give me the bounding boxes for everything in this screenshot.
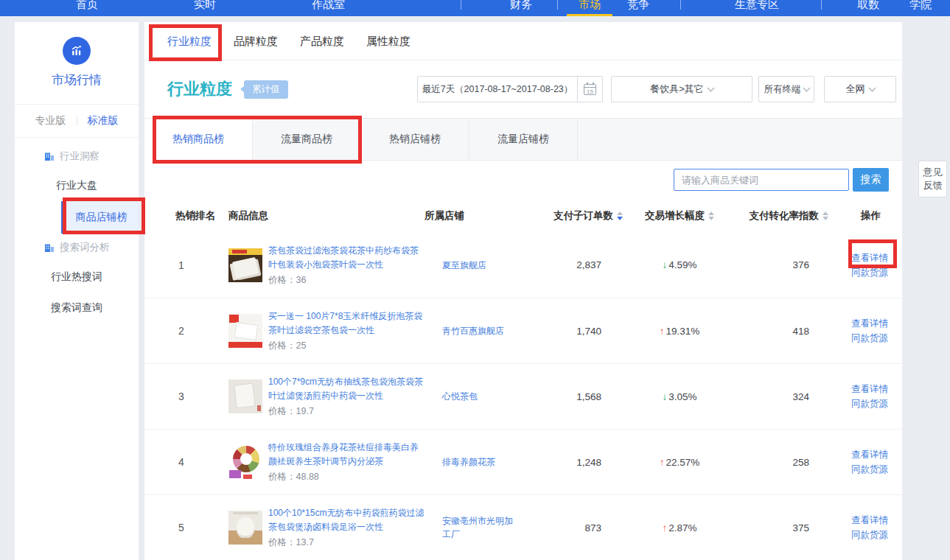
product-name-link[interactable]: 茶包茶袋过滤泡茶袋花茶中药纱布袋茶叶包装袋小泡袋茶叶袋一次性: [268, 244, 425, 272]
granularity-tab[interactable]: 属性粒度: [366, 22, 411, 60]
product-price: 价格：19.7: [268, 405, 425, 418]
shop-link[interactable]: 心悦茶包: [425, 390, 528, 403]
product-info-cell: 买一送一 100片7*8玉米纤维反折泡茶袋茶叶过滤袋空茶包袋一次性价格：25: [228, 309, 425, 352]
action-same-source[interactable]: 同款货源: [851, 528, 902, 542]
topnav-item[interactable]: 学院: [909, 0, 932, 16]
action-same-source[interactable]: 同款货源: [851, 265, 902, 280]
product-thumbnail[interactable]: [228, 379, 262, 413]
shop-link[interactable]: 青竹百惠旗舰店: [425, 324, 528, 337]
topnav-item[interactable]: 取数: [857, 0, 879, 16]
product-thumbnail[interactable]: [228, 248, 262, 282]
arrow-up-icon: ↑: [660, 326, 665, 337]
product-name-link[interactable]: 特价玫瑰组合养身花茶祛痘排毒美白养颜祛斑养生茶叶调节内分泌茶: [268, 441, 425, 469]
product-name-link[interactable]: 100个7*9cm无纺布抽线茶包袋泡茶袋茶叶过滤煲汤煎药中药袋一次性: [268, 375, 425, 403]
sidebar-item[interactable]: 行业热搜词: [15, 262, 139, 293]
chevron-down-icon: [868, 84, 876, 91]
search-button[interactable]: 搜索: [853, 168, 889, 192]
search-input[interactable]: [674, 169, 849, 191]
topnav-separator: [461, 0, 461, 10]
action-view-detail[interactable]: 查看详情: [851, 251, 902, 265]
shop-link[interactable]: 安徽亳州市光明加工厂: [425, 514, 528, 541]
sidebar-section-label: 搜索词分析: [60, 241, 110, 254]
top-navigation-bar: 首页实时作战室财务市场竞争生意专区取数学院: [0, 0, 950, 16]
ranking-subtab[interactable]: 热销店铺榜: [361, 119, 469, 161]
growth-value: 3.05%: [668, 391, 696, 402]
rank-cell: 3: [144, 391, 228, 402]
action-same-source[interactable]: 同款货源: [851, 331, 902, 346]
index-value: 376: [731, 259, 834, 270]
topnav-item[interactable]: 竞争: [627, 0, 649, 16]
product-name-link[interactable]: 100个10*15cm无纺布中药袋煎药袋过滤茶包袋煲汤卤料袋足浴一次性: [268, 506, 425, 534]
product-meta: 100个10*15cm无纺布中药袋煎药袋过滤茶包袋煲汤卤料袋足浴一次性价格：13…: [268, 506, 425, 549]
product-thumbnail[interactable]: [228, 511, 262, 545]
growth-cell: ↓4.59%: [628, 259, 731, 270]
topnav-item[interactable]: 财务: [510, 0, 532, 16]
sidebar-item[interactable]: 搜索词查询: [15, 293, 139, 323]
product-meta: 100个7*9cm无纺布抽线茶包袋泡茶袋茶叶过滤煲汤煎药中药袋一次性价格：19.…: [268, 375, 425, 418]
column-header: 所属店铺: [425, 209, 528, 223]
topnav-item[interactable]: 市场: [579, 0, 601, 16]
product-thumbnail[interactable]: [228, 445, 262, 479]
action-view-detail[interactable]: 查看详情: [851, 513, 902, 528]
column-header-label: 商品信息: [228, 209, 268, 223]
topnav-item[interactable]: 作战室: [312, 0, 345, 16]
app-title: 市场行情: [15, 71, 139, 88]
terminal-dropdown[interactable]: 所有终端: [758, 76, 814, 102]
product-info-cell: 100个10*15cm无纺布中药袋煎药袋过滤茶包袋煲汤卤料袋足浴一次性价格：13…: [228, 506, 425, 549]
sort-down-arrow: [617, 217, 623, 220]
action-same-source[interactable]: 同款货源: [851, 462, 902, 477]
shop-link[interactable]: 排毒养颜花茶: [425, 455, 528, 469]
shop-link[interactable]: 夏至旗舰店: [425, 259, 528, 272]
actions-cell: 查看详情同款货源: [834, 447, 902, 477]
growth-cell: ↑19.31%: [628, 326, 731, 337]
sort-icon[interactable]: [617, 211, 623, 220]
table-row: 5100个10*15cm无纺布中药袋煎药袋过滤茶包袋煲汤卤料袋足浴一次性价格：1…: [144, 494, 902, 560]
product-price: 价格：48.88: [268, 471, 425, 483]
sidebar-item[interactable]: 行业大盘: [15, 170, 139, 201]
action-same-source[interactable]: 同款货源: [851, 396, 902, 411]
network-dropdown[interactable]: 全网: [824, 76, 896, 102]
sidebar-item[interactable]: 商品店铺榜: [61, 201, 139, 234]
ranking-subtab[interactable]: 热销商品榜: [144, 119, 253, 161]
arrow-down-icon: ↓: [662, 259, 667, 270]
topnav-separator: [557, 0, 558, 10]
topnav-item[interactable]: 实时: [194, 0, 216, 16]
topnav-separator: [821, 0, 822, 10]
product-meta: 茶包茶袋过滤泡茶袋花茶中药纱布袋茶叶包装袋小泡袋茶叶袋一次性价格：36: [268, 244, 425, 287]
topnav-item[interactable]: 首页: [76, 0, 98, 16]
sort-up-arrow: [708, 211, 714, 215]
index-value: 324: [731, 391, 834, 402]
column-header: 支付子订单数: [528, 209, 628, 223]
terminal-value: 所有终端: [764, 83, 801, 96]
feedback-line1: 意见: [923, 166, 943, 179]
ranking-subtab[interactable]: 流量店铺榜: [469, 119, 578, 161]
thumbnail-graphic: [234, 383, 255, 409]
version-tab[interactable]: 专业版: [25, 114, 77, 127]
sort-icon[interactable]: [708, 211, 714, 220]
feedback-line2: 反馈: [923, 179, 943, 192]
product-name-link[interactable]: 买一送一 100片7*8玉米纤维反折泡茶袋茶叶过滤袋空茶包袋一次性: [268, 309, 425, 337]
action-view-detail[interactable]: 查看详情: [851, 447, 902, 462]
topnav-item[interactable]: 生意专区: [735, 0, 779, 16]
arrow-up-icon: ↑: [662, 522, 667, 533]
action-view-detail[interactable]: 查看详情: [851, 382, 902, 396]
granularity-tab[interactable]: 产品粒度: [300, 22, 344, 60]
building-icon: [44, 242, 55, 253]
date-range-picker[interactable]: 最近7天（2017-08-17~2017-08-23） 15: [417, 76, 603, 102]
sort-icon[interactable]: [822, 211, 828, 220]
feedback-button[interactable]: 意见 反馈: [918, 161, 947, 197]
table-row: 4特价玫瑰组合养身花茶祛痘排毒美白养颜祛斑养生茶叶调节内分泌茶价格：48.88排…: [144, 429, 902, 494]
category-dropdown[interactable]: 餐饮具>其它: [611, 76, 752, 102]
product-price: 价格：25: [268, 340, 425, 352]
growth-value: 2.87%: [668, 522, 696, 533]
product-thumbnail[interactable]: [228, 314, 262, 348]
action-view-detail[interactable]: 查看详情: [851, 316, 902, 331]
calendar-button[interactable]: 15: [577, 77, 602, 102]
arrow-down-icon: ↓: [662, 391, 667, 402]
actions-cell: 查看详情同款货源: [834, 382, 902, 411]
granularity-tab[interactable]: 品牌粒度: [234, 22, 278, 60]
version-tab[interactable]: 标准版: [77, 114, 129, 127]
column-header-label: 交易增长幅度: [645, 209, 705, 223]
granularity-tab[interactable]: 行业粒度: [167, 22, 212, 60]
ranking-subtab[interactable]: 流量商品榜: [253, 119, 361, 161]
